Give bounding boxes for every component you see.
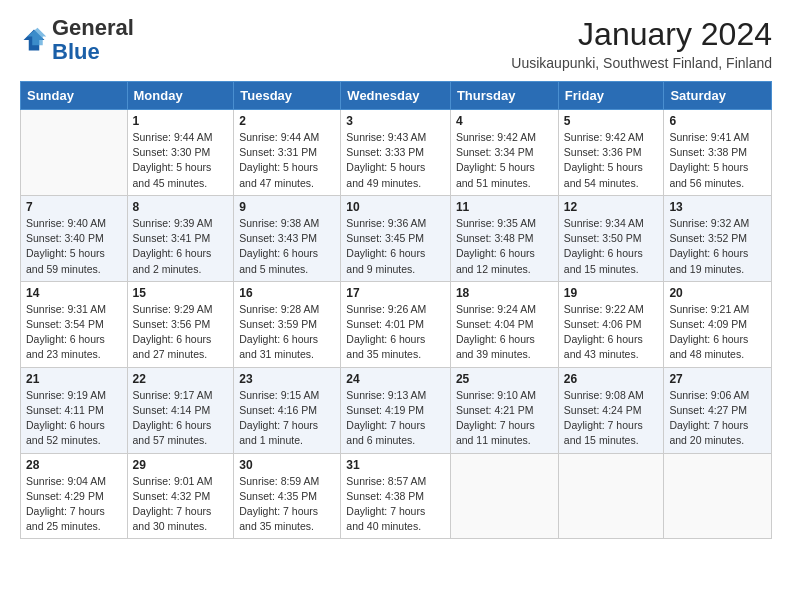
weekday-thursday: Thursday <box>450 82 558 110</box>
month-year: January 2024 <box>511 16 772 53</box>
calendar-cell <box>664 453 772 539</box>
calendar-cell: 20Sunrise: 9:21 AM Sunset: 4:09 PM Dayli… <box>664 281 772 367</box>
calendar-cell <box>21 110 128 196</box>
calendar-cell: 13Sunrise: 9:32 AM Sunset: 3:52 PM Dayli… <box>664 195 772 281</box>
day-content: Sunrise: 8:57 AM Sunset: 4:38 PM Dayligh… <box>346 474 445 535</box>
day-content: Sunrise: 9:15 AM Sunset: 4:16 PM Dayligh… <box>239 388 335 449</box>
calendar-cell: 27Sunrise: 9:06 AM Sunset: 4:27 PM Dayli… <box>664 367 772 453</box>
day-number: 26 <box>564 372 659 386</box>
calendar-cell: 5Sunrise: 9:42 AM Sunset: 3:36 PM Daylig… <box>558 110 664 196</box>
calendar-cell: 30Sunrise: 8:59 AM Sunset: 4:35 PM Dayli… <box>234 453 341 539</box>
day-number: 19 <box>564 286 659 300</box>
day-content: Sunrise: 9:04 AM Sunset: 4:29 PM Dayligh… <box>26 474 122 535</box>
calendar-cell <box>558 453 664 539</box>
location: Uusikaupunki, Southwest Finland, Finland <box>511 55 772 71</box>
day-content: Sunrise: 9:41 AM Sunset: 3:38 PM Dayligh… <box>669 130 766 191</box>
day-content: Sunrise: 9:13 AM Sunset: 4:19 PM Dayligh… <box>346 388 445 449</box>
calendar-week-1: 1Sunrise: 9:44 AM Sunset: 3:30 PM Daylig… <box>21 110 772 196</box>
day-content: Sunrise: 9:21 AM Sunset: 4:09 PM Dayligh… <box>669 302 766 363</box>
calendar-cell: 29Sunrise: 9:01 AM Sunset: 4:32 PM Dayli… <box>127 453 234 539</box>
day-number: 6 <box>669 114 766 128</box>
day-number: 11 <box>456 200 553 214</box>
weekday-monday: Monday <box>127 82 234 110</box>
day-number: 13 <box>669 200 766 214</box>
calendar-week-3: 14Sunrise: 9:31 AM Sunset: 3:54 PM Dayli… <box>21 281 772 367</box>
day-number: 31 <box>346 458 445 472</box>
calendar-cell: 3Sunrise: 9:43 AM Sunset: 3:33 PM Daylig… <box>341 110 451 196</box>
day-content: Sunrise: 9:22 AM Sunset: 4:06 PM Dayligh… <box>564 302 659 363</box>
day-content: Sunrise: 9:42 AM Sunset: 3:34 PM Dayligh… <box>456 130 553 191</box>
calendar-cell: 12Sunrise: 9:34 AM Sunset: 3:50 PM Dayli… <box>558 195 664 281</box>
calendar-week-4: 21Sunrise: 9:19 AM Sunset: 4:11 PM Dayli… <box>21 367 772 453</box>
calendar-cell: 18Sunrise: 9:24 AM Sunset: 4:04 PM Dayli… <box>450 281 558 367</box>
day-number: 22 <box>133 372 229 386</box>
calendar-cell: 11Sunrise: 9:35 AM Sunset: 3:48 PM Dayli… <box>450 195 558 281</box>
calendar-cell <box>450 453 558 539</box>
day-number: 27 <box>669 372 766 386</box>
day-content: Sunrise: 9:28 AM Sunset: 3:59 PM Dayligh… <box>239 302 335 363</box>
day-number: 3 <box>346 114 445 128</box>
weekday-wednesday: Wednesday <box>341 82 451 110</box>
day-number: 9 <box>239 200 335 214</box>
calendar-cell: 8Sunrise: 9:39 AM Sunset: 3:41 PM Daylig… <box>127 195 234 281</box>
weekday-tuesday: Tuesday <box>234 82 341 110</box>
day-content: Sunrise: 9:42 AM Sunset: 3:36 PM Dayligh… <box>564 130 659 191</box>
day-number: 10 <box>346 200 445 214</box>
calendar-cell: 22Sunrise: 9:17 AM Sunset: 4:14 PM Dayli… <box>127 367 234 453</box>
day-content: Sunrise: 9:01 AM Sunset: 4:32 PM Dayligh… <box>133 474 229 535</box>
day-content: Sunrise: 9:36 AM Sunset: 3:45 PM Dayligh… <box>346 216 445 277</box>
day-content: Sunrise: 9:39 AM Sunset: 3:41 PM Dayligh… <box>133 216 229 277</box>
day-number: 24 <box>346 372 445 386</box>
day-number: 2 <box>239 114 335 128</box>
day-content: Sunrise: 9:08 AM Sunset: 4:24 PM Dayligh… <box>564 388 659 449</box>
day-content: Sunrise: 9:24 AM Sunset: 4:04 PM Dayligh… <box>456 302 553 363</box>
day-content: Sunrise: 9:06 AM Sunset: 4:27 PM Dayligh… <box>669 388 766 449</box>
day-number: 4 <box>456 114 553 128</box>
logo: General Blue <box>20 16 134 64</box>
day-number: 21 <box>26 372 122 386</box>
day-number: 29 <box>133 458 229 472</box>
calendar-cell: 4Sunrise: 9:42 AM Sunset: 3:34 PM Daylig… <box>450 110 558 196</box>
day-number: 20 <box>669 286 766 300</box>
day-number: 8 <box>133 200 229 214</box>
weekday-header-row: SundayMondayTuesdayWednesdayThursdayFrid… <box>21 82 772 110</box>
calendar-cell: 16Sunrise: 9:28 AM Sunset: 3:59 PM Dayli… <box>234 281 341 367</box>
calendar-cell: 1Sunrise: 9:44 AM Sunset: 3:30 PM Daylig… <box>127 110 234 196</box>
day-number: 15 <box>133 286 229 300</box>
calendar-week-2: 7Sunrise: 9:40 AM Sunset: 3:40 PM Daylig… <box>21 195 772 281</box>
calendar-cell: 10Sunrise: 9:36 AM Sunset: 3:45 PM Dayli… <box>341 195 451 281</box>
day-number: 7 <box>26 200 122 214</box>
logo-blue: Blue <box>52 39 100 64</box>
day-content: Sunrise: 9:44 AM Sunset: 3:31 PM Dayligh… <box>239 130 335 191</box>
day-number: 12 <box>564 200 659 214</box>
day-number: 17 <box>346 286 445 300</box>
page: General Blue January 2024 Uusikaupunki, … <box>0 0 792 555</box>
calendar-cell: 26Sunrise: 9:08 AM Sunset: 4:24 PM Dayli… <box>558 367 664 453</box>
day-number: 25 <box>456 372 553 386</box>
weekday-saturday: Saturday <box>664 82 772 110</box>
day-content: Sunrise: 9:40 AM Sunset: 3:40 PM Dayligh… <box>26 216 122 277</box>
calendar-cell: 15Sunrise: 9:29 AM Sunset: 3:56 PM Dayli… <box>127 281 234 367</box>
day-number: 14 <box>26 286 122 300</box>
day-content: Sunrise: 9:19 AM Sunset: 4:11 PM Dayligh… <box>26 388 122 449</box>
header: General Blue January 2024 Uusikaupunki, … <box>20 16 772 71</box>
title-block: January 2024 Uusikaupunki, Southwest Fin… <box>511 16 772 71</box>
day-content: Sunrise: 9:44 AM Sunset: 3:30 PM Dayligh… <box>133 130 229 191</box>
day-content: Sunrise: 8:59 AM Sunset: 4:35 PM Dayligh… <box>239 474 335 535</box>
day-number: 23 <box>239 372 335 386</box>
calendar-cell: 19Sunrise: 9:22 AM Sunset: 4:06 PM Dayli… <box>558 281 664 367</box>
weekday-sunday: Sunday <box>21 82 128 110</box>
logo-general: General <box>52 15 134 40</box>
day-content: Sunrise: 9:17 AM Sunset: 4:14 PM Dayligh… <box>133 388 229 449</box>
day-number: 16 <box>239 286 335 300</box>
day-content: Sunrise: 9:31 AM Sunset: 3:54 PM Dayligh… <box>26 302 122 363</box>
calendar-cell: 24Sunrise: 9:13 AM Sunset: 4:19 PM Dayli… <box>341 367 451 453</box>
day-number: 28 <box>26 458 122 472</box>
day-content: Sunrise: 9:35 AM Sunset: 3:48 PM Dayligh… <box>456 216 553 277</box>
calendar-cell: 31Sunrise: 8:57 AM Sunset: 4:38 PM Dayli… <box>341 453 451 539</box>
day-content: Sunrise: 9:34 AM Sunset: 3:50 PM Dayligh… <box>564 216 659 277</box>
calendar-cell: 23Sunrise: 9:15 AM Sunset: 4:16 PM Dayli… <box>234 367 341 453</box>
weekday-friday: Friday <box>558 82 664 110</box>
calendar-week-5: 28Sunrise: 9:04 AM Sunset: 4:29 PM Dayli… <box>21 453 772 539</box>
day-number: 30 <box>239 458 335 472</box>
